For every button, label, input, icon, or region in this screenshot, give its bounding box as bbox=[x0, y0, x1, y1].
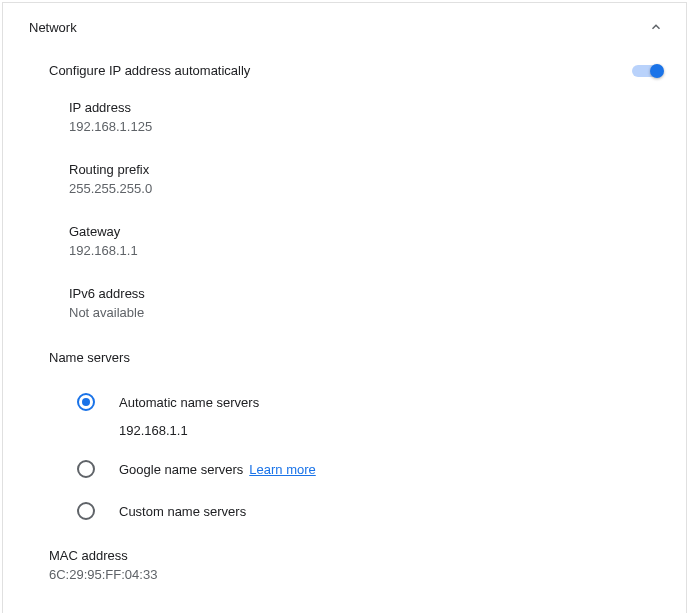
network-section-header[interactable]: Network bbox=[3, 3, 686, 51]
auto-ip-toggle[interactable] bbox=[632, 64, 662, 78]
learn-more-link[interactable]: Learn more bbox=[249, 462, 315, 477]
radio-automatic-label: Automatic name servers bbox=[119, 395, 259, 410]
ipv6-value: Not available bbox=[69, 305, 662, 320]
radio-custom[interactable] bbox=[77, 502, 95, 520]
chevron-up-icon bbox=[646, 17, 666, 37]
name-server-option-custom[interactable]: Custom name servers bbox=[3, 488, 686, 530]
routing-prefix-value: 255.255.255.0 bbox=[69, 181, 662, 196]
gateway-label: Gateway bbox=[69, 224, 662, 239]
ip-address-value: 192.168.1.125 bbox=[69, 119, 662, 134]
ipv6-label: IPv6 address bbox=[69, 286, 662, 301]
mac-address-value: 6C:29:95:FF:04:33 bbox=[49, 567, 662, 582]
ip-address-field: IP address 192.168.1.125 bbox=[3, 90, 686, 144]
mac-address-field: MAC address 6C:29:95:FF:04:33 bbox=[3, 530, 686, 592]
radio-automatic[interactable] bbox=[77, 393, 95, 411]
automatic-server-value: 192.168.1.1 bbox=[3, 421, 686, 450]
routing-prefix-field: Routing prefix 255.255.255.0 bbox=[3, 144, 686, 206]
name-servers-header: Name servers bbox=[3, 330, 686, 375]
ip-address-label: IP address bbox=[69, 100, 662, 115]
name-server-option-google[interactable]: Google name serversLearn more bbox=[3, 450, 686, 488]
gateway-value: 192.168.1.1 bbox=[69, 243, 662, 258]
gateway-field: Gateway 192.168.1.1 bbox=[3, 206, 686, 268]
name-server-option-automatic[interactable]: Automatic name servers bbox=[3, 375, 686, 421]
routing-prefix-label: Routing prefix bbox=[69, 162, 662, 177]
radio-google-label: Google name serversLearn more bbox=[119, 462, 316, 477]
auto-ip-row: Configure IP address automatically bbox=[3, 51, 686, 90]
toggle-thumb bbox=[650, 64, 664, 78]
radio-custom-label: Custom name servers bbox=[119, 504, 246, 519]
network-section-title: Network bbox=[29, 20, 77, 35]
ipv6-field: IPv6 address Not available bbox=[3, 268, 686, 330]
auto-ip-label: Configure IP address automatically bbox=[49, 63, 250, 78]
radio-dot-icon bbox=[82, 398, 90, 406]
network-settings-panel: Network Configure IP address automatical… bbox=[2, 2, 687, 613]
radio-google[interactable] bbox=[77, 460, 95, 478]
mac-address-label: MAC address bbox=[49, 548, 662, 563]
